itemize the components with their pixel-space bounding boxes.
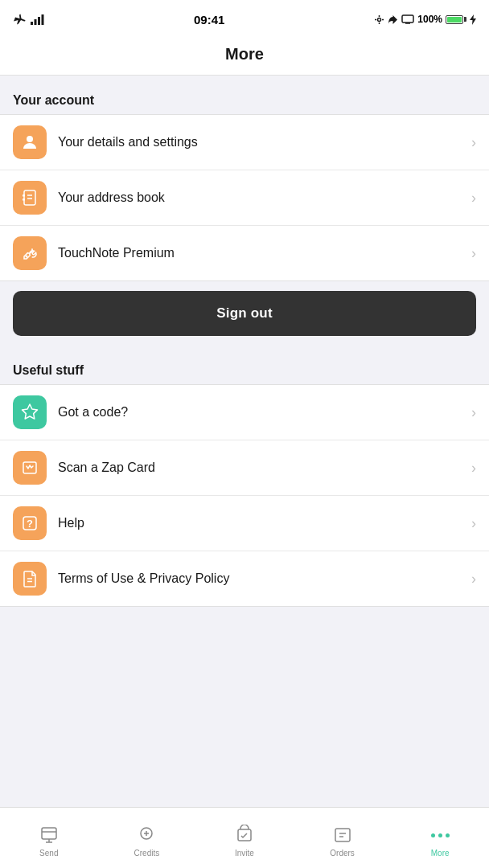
- svg-text:?: ?: [27, 518, 33, 530]
- list-item-premium[interactable]: TouchNote Premium ›: [0, 226, 489, 280]
- svg-point-4: [378, 18, 381, 21]
- send-arrow-icon: [388, 14, 398, 25]
- location-icon: [374, 14, 384, 25]
- battery-percent: 100%: [417, 14, 442, 25]
- tab-credits[interactable]: Credits: [98, 808, 196, 868]
- code-icon-wrap: [13, 395, 47, 429]
- account-list: Your details and settings › Your address…: [0, 114, 489, 281]
- list-item-address[interactable]: Your address book ›: [0, 170, 489, 226]
- help-chevron: ›: [471, 515, 476, 532]
- status-time: 09:41: [194, 13, 224, 27]
- premium-chevron: ›: [471, 245, 476, 262]
- tab-invite-label: Invite: [235, 849, 254, 858]
- svg-rect-11: [23, 194, 25, 197]
- main-content: Your account Your details and settings ›: [0, 76, 489, 807]
- zap-label: Scan a Zap Card: [58, 461, 471, 475]
- svg-rect-1: [35, 19, 37, 25]
- tab-bar: Send Credits Invite Orders: [0, 807, 489, 868]
- page-header: More: [0, 35, 489, 76]
- status-bar: 09:41 100%: [0, 0, 489, 35]
- list-item-details[interactable]: Your details and settings ›: [0, 115, 489, 170]
- credits-tab-icon: [136, 825, 157, 845]
- star-icon: [20, 403, 39, 422]
- signout-wrapper: Sign out: [0, 281, 489, 346]
- person-icon: [20, 133, 39, 152]
- zap-icon-wrap: [13, 451, 47, 485]
- charge-icon: [470, 14, 476, 25]
- status-right: 100%: [374, 14, 476, 25]
- address-book-icon: [20, 188, 39, 207]
- tab-orders[interactable]: Orders: [294, 808, 392, 868]
- tab-invite[interactable]: Invite: [195, 808, 294, 868]
- help-icon-wrap: ?: [13, 506, 47, 540]
- svg-rect-3: [42, 14, 44, 25]
- svg-rect-25: [335, 829, 350, 841]
- svg-point-7: [27, 136, 33, 142]
- question-icon: ?: [20, 514, 39, 533]
- terms-label: Terms of Use & Privacy Policy: [58, 571, 471, 586]
- key-icon: [20, 244, 39, 263]
- doc-icon: [20, 569, 39, 588]
- svg-rect-0: [31, 22, 33, 25]
- tab-credits-label: Credits: [134, 849, 160, 858]
- tab-more[interactable]: More: [391, 808, 489, 868]
- premium-label: TouchNote Premium: [58, 246, 471, 260]
- svg-rect-8: [24, 190, 35, 205]
- tab-more-label: More: [431, 849, 450, 858]
- screen-icon: [401, 14, 414, 24]
- section-header-useful: Useful stuff: [0, 346, 489, 384]
- tab-send[interactable]: Send: [0, 808, 98, 868]
- section-header-account: Your account: [0, 76, 489, 114]
- invite-tab-icon: [234, 825, 255, 845]
- battery-icon: [446, 15, 466, 24]
- details-label: Your details and settings: [58, 135, 471, 149]
- signal-icon: [31, 14, 44, 25]
- orders-tab-icon: [332, 825, 353, 845]
- tab-send-label: Send: [39, 849, 58, 858]
- send-tab-icon: [39, 825, 60, 845]
- list-item-terms[interactable]: Terms of Use & Privacy Policy ›: [0, 551, 489, 606]
- tab-orders-label: Orders: [330, 849, 355, 858]
- svg-rect-14: [23, 462, 36, 473]
- details-icon-wrap: [13, 125, 47, 159]
- svg-point-13: [26, 256, 28, 258]
- scan-card-icon: [20, 458, 39, 477]
- address-chevron: ›: [471, 190, 476, 207]
- code-chevron: ›: [471, 404, 476, 421]
- list-item-zap[interactable]: Scan a Zap Card ›: [0, 440, 489, 496]
- page-title: More: [0, 45, 489, 63]
- terms-icon-wrap: [13, 562, 47, 596]
- svg-rect-12: [23, 199, 25, 201]
- more-dots-icon: [431, 825, 450, 845]
- svg-rect-19: [42, 828, 56, 839]
- list-item-code[interactable]: Got a code? ›: [0, 385, 489, 440]
- status-left: [13, 14, 44, 25]
- details-chevron: ›: [471, 134, 476, 151]
- premium-icon-wrap: [13, 236, 47, 270]
- svg-rect-5: [402, 15, 413, 23]
- useful-list: Got a code? › Scan a Zap Card › ?: [0, 384, 489, 607]
- svg-rect-2: [38, 17, 40, 25]
- list-item-help[interactable]: ? Help ›: [0, 496, 489, 551]
- zap-chevron: ›: [471, 460, 476, 477]
- address-label: Your address book: [58, 190, 471, 205]
- help-label: Help: [58, 516, 471, 530]
- signout-button[interactable]: Sign out: [13, 291, 476, 336]
- code-label: Got a code?: [58, 405, 471, 420]
- terms-chevron: ›: [471, 571, 476, 588]
- address-icon-wrap: [13, 181, 47, 215]
- airplane-icon: [13, 14, 26, 25]
